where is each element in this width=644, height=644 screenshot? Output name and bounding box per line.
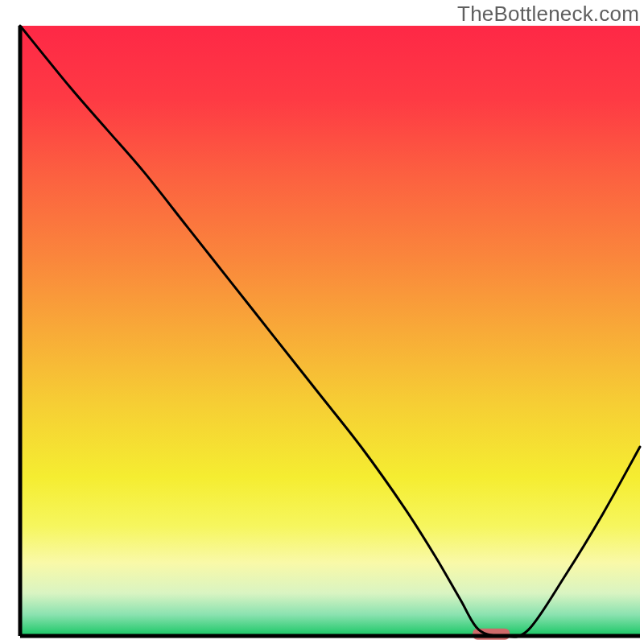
plot-background xyxy=(20,26,640,636)
watermark-text: TheBottleneck.com xyxy=(457,2,639,27)
bottleneck-chart xyxy=(0,0,644,644)
